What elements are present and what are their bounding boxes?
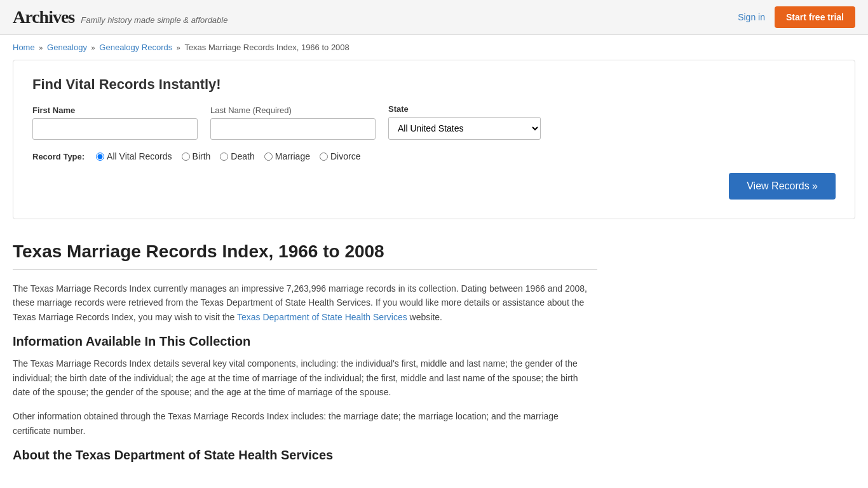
header-logo-area: Archives Family history made simple & af… (13, 7, 227, 27)
site-tagline: Family history made simple & affordable (81, 15, 227, 25)
chevron-icon: » (39, 44, 43, 51)
state-group: State All United States Alabama Alaska A… (388, 104, 541, 140)
breadcrumb-home[interactable]: Home (13, 43, 35, 52)
start-trial-button[interactable]: Start free trial (775, 6, 855, 28)
search-button-row: View Records » (32, 173, 836, 200)
record-type-radio-group: All Vital Records Birth Death Marriage D… (96, 151, 360, 161)
first-name-group: First Name (32, 105, 198, 140)
radio-death[interactable]: Death (220, 151, 254, 161)
site-logo: Archives (13, 7, 74, 27)
search-box: Find Vital Records Instantly! First Name… (13, 60, 855, 219)
texas-dept-link[interactable]: Texas Department of State Health Service… (237, 312, 407, 322)
view-records-button[interactable]: View Records » (729, 173, 836, 200)
chevron-icon: » (92, 44, 95, 51)
radio-birth[interactable]: Birth (182, 151, 211, 161)
radio-input-birth[interactable] (182, 152, 190, 161)
record-type-row: Record Type: All Vital Records Birth Dea… (32, 151, 836, 161)
intro-text-end: website. (410, 312, 442, 322)
intro-paragraph: The Texas Marriage Records Index current… (13, 281, 597, 324)
search-fields: First Name Last Name (Required) State Al… (32, 104, 836, 140)
last-name-group: Last Name (Required) (210, 105, 376, 140)
section2-heading: About the Texas Department of State Heal… (13, 448, 597, 463)
last-name-label: Last Name (Required) (210, 105, 376, 115)
main-content: Texas Marriage Records Index, 1966 to 20… (0, 235, 610, 488)
section1-heading: Information Available In This Collection (13, 334, 597, 349)
first-name-label: First Name (32, 105, 198, 115)
section1-text2: Other information obtained through the T… (13, 409, 597, 438)
breadcrumb-current: Texas Marriage Records Index, 1966 to 20… (184, 43, 349, 52)
last-name-input[interactable] (210, 118, 376, 140)
radio-all-vital-records[interactable]: All Vital Records (96, 151, 172, 161)
state-label: State (388, 104, 541, 114)
site-header: Archives Family history made simple & af… (0, 0, 868, 35)
header-actions: Sign in Start free trial (738, 6, 855, 28)
radio-input-marriage[interactable] (264, 152, 273, 161)
first-name-input[interactable] (32, 118, 198, 140)
sign-in-link[interactable]: Sign in (738, 12, 765, 22)
radio-input-death[interactable] (220, 152, 228, 161)
radio-marriage[interactable]: Marriage (264, 151, 310, 161)
section1-text: The Texas Marriage Records Index details… (13, 356, 597, 399)
page-title: Texas Marriage Records Index, 1966 to 20… (13, 241, 597, 262)
breadcrumb: Home » Genealogy » Genealogy Records » T… (0, 35, 868, 60)
breadcrumb-genealogy[interactable]: Genealogy (47, 43, 87, 52)
divider (13, 269, 597, 270)
radio-input-all[interactable] (96, 152, 104, 161)
record-type-label: Record Type: (32, 152, 85, 161)
radio-input-divorce[interactable] (320, 152, 328, 161)
breadcrumb-genealogy-records[interactable]: Genealogy Records (99, 43, 172, 52)
radio-divorce[interactable]: Divorce (320, 151, 360, 161)
search-title: Find Vital Records Instantly! (32, 76, 836, 93)
state-select[interactable]: All United States Alabama Alaska Arizona… (388, 117, 541, 140)
chevron-icon: » (177, 44, 180, 51)
